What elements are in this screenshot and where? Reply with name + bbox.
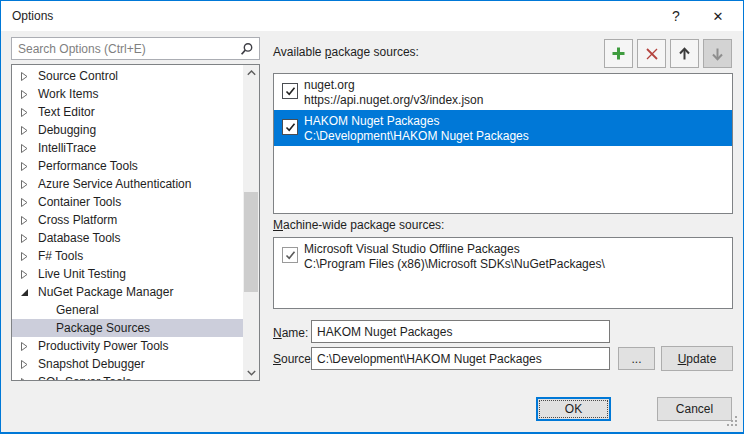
source-item-nuget-org[interactable]: nuget.org https://api.nuget.org/v3/index… bbox=[274, 74, 732, 110]
tree-item-cross-platform[interactable]: Cross Platform bbox=[12, 211, 243, 229]
chevron-right-icon bbox=[20, 342, 29, 351]
search-icon bbox=[239, 42, 254, 57]
tree-item-label: Work Items bbox=[38, 87, 98, 101]
tree-item-label: SQL Server Tools bbox=[38, 375, 131, 380]
chevron-right-icon bbox=[20, 198, 29, 207]
tree-item-label: NuGet Package Manager bbox=[38, 285, 173, 299]
tree-item-text-editor[interactable]: Text Editor bbox=[12, 103, 243, 121]
tree-item-debugging[interactable]: Debugging bbox=[12, 121, 243, 139]
tree-item-label: Performance Tools bbox=[38, 159, 138, 173]
options-tree: Source Control Work Items Text Editor bbox=[11, 64, 260, 381]
plus-icon bbox=[611, 46, 626, 61]
source-item-microsoft-visual-studio-offline-packages[interactable]: Microsoft Visual Studio Offline Packages… bbox=[274, 238, 732, 274]
chevron-right-icon bbox=[20, 126, 29, 135]
tree-item-azure-service-authentication[interactable]: Azure Service Authentication bbox=[12, 175, 243, 193]
tree-item-f-tools[interactable]: F# Tools bbox=[12, 247, 243, 265]
chevron-right-icon bbox=[20, 360, 29, 369]
tree-item-intellitrace[interactable]: IntelliTrace bbox=[12, 139, 243, 157]
available-sources-label: Available package sources: bbox=[273, 45, 419, 59]
tree-item-container-tools[interactable]: Container Tools bbox=[12, 193, 243, 211]
checkbox-checked-icon[interactable] bbox=[282, 247, 298, 263]
tree-item-label: General bbox=[56, 303, 99, 317]
arrow-up-icon bbox=[678, 47, 691, 61]
checkbox-checked-icon[interactable] bbox=[282, 119, 298, 135]
close-button[interactable]: ✕ bbox=[697, 1, 739, 31]
search-input[interactable] bbox=[12, 38, 259, 59]
scroll-down-button[interactable] bbox=[243, 365, 259, 380]
source-label: Source: bbox=[273, 352, 314, 366]
source-field[interactable] bbox=[311, 347, 610, 370]
help-icon: ? bbox=[672, 8, 680, 24]
tree-item-snapshot-debugger[interactable]: Snapshot Debugger bbox=[12, 355, 243, 373]
chevron-right-icon bbox=[20, 378, 29, 381]
package-source-name: HAKOM Nuget Packages bbox=[304, 114, 439, 128]
scroll-up-button[interactable] bbox=[243, 65, 259, 80]
ok-button[interactable]: OK bbox=[536, 397, 611, 421]
update-button[interactable]: Update bbox=[661, 346, 733, 371]
chevron-down-icon bbox=[247, 370, 256, 376]
tree-item-source-control[interactable]: Source Control bbox=[12, 67, 243, 85]
options-tree-items: Source Control Work Items Text Editor bbox=[12, 67, 243, 380]
package-source-name: nuget.org bbox=[304, 78, 355, 92]
arrow-down-icon bbox=[711, 47, 724, 61]
checkbox-checked-icon[interactable] bbox=[282, 83, 298, 99]
chevron-right-icon bbox=[20, 90, 29, 99]
tree-item-general[interactable]: General bbox=[12, 301, 243, 319]
remove-source-button[interactable] bbox=[637, 39, 666, 68]
machine-sources-list: Microsoft Visual Studio Offline Packages… bbox=[273, 237, 733, 309]
machine-sources-label: Machine-wide package sources: bbox=[273, 218, 444, 232]
tree-item-label: Package Sources bbox=[56, 321, 150, 335]
tree-item-label: F# Tools bbox=[38, 249, 83, 263]
tree-item-label: Azure Service Authentication bbox=[38, 177, 191, 191]
tree-item-label: Cross Platform bbox=[38, 213, 117, 227]
options-dialog: Options ? ✕ Source Control bbox=[0, 0, 744, 434]
help-button[interactable]: ? bbox=[655, 1, 697, 31]
tree-item-label: IntelliTrace bbox=[38, 141, 96, 155]
tree-item-label: Container Tools bbox=[38, 195, 121, 209]
chevron-right-icon bbox=[20, 252, 29, 261]
search-box bbox=[11, 37, 260, 60]
chevron-right-icon bbox=[20, 162, 29, 171]
tree-item-nuget-package-manager[interactable]: NuGet Package Manager bbox=[12, 283, 243, 301]
tree-item-label: Live Unit Testing bbox=[38, 267, 126, 281]
tree-item-work-items[interactable]: Work Items bbox=[12, 85, 243, 103]
chevron-right-icon bbox=[20, 144, 29, 153]
cancel-button[interactable]: Cancel bbox=[657, 397, 732, 421]
add-source-button[interactable] bbox=[604, 39, 633, 68]
package-source-path: C:\Program Files (x86)\Microsoft SDKs\Nu… bbox=[304, 257, 605, 271]
chevron-right-icon bbox=[20, 180, 29, 189]
tree-item-label: Text Editor bbox=[38, 105, 95, 119]
tree-item-label: Snapshot Debugger bbox=[38, 357, 145, 371]
tree-item-label: Productivity Power Tools bbox=[38, 339, 169, 353]
name-field[interactable] bbox=[311, 320, 610, 343]
tree-item-label: Database Tools bbox=[38, 231, 121, 245]
move-up-button[interactable] bbox=[670, 39, 699, 68]
available-sources-list: nuget.org https://api.nuget.org/v3/index… bbox=[273, 73, 733, 214]
tree-item-database-tools[interactable]: Database Tools bbox=[12, 229, 243, 247]
package-source-path: C:\Development\HAKOM Nuget Packages bbox=[304, 129, 529, 143]
chevron-right-icon bbox=[20, 270, 29, 279]
source-item-hakom-nuget-packages[interactable]: HAKOM Nuget Packages C:\Development\HAKO… bbox=[274, 110, 732, 146]
chevron-right-icon bbox=[20, 72, 29, 81]
chevron-expanded-icon bbox=[20, 288, 29, 297]
red-x-icon bbox=[645, 47, 659, 61]
tree-item-performance-tools[interactable]: Performance Tools bbox=[12, 157, 243, 175]
tree-item-productivity-power-tools[interactable]: Productivity Power Tools bbox=[12, 337, 243, 355]
browse-button[interactable]: ... bbox=[618, 347, 655, 370]
close-icon: ✕ bbox=[713, 9, 724, 24]
name-label: Name: bbox=[273, 326, 308, 340]
chevron-right-icon bbox=[20, 234, 29, 243]
tree-item-label: Debugging bbox=[38, 123, 96, 137]
tree-scrollbar[interactable] bbox=[243, 65, 259, 380]
window-title: Options bbox=[12, 9, 53, 23]
chevron-right-icon bbox=[20, 108, 29, 117]
scrollbar-thumb[interactable] bbox=[244, 192, 258, 292]
package-source-path: https://api.nuget.org/v3/index.json bbox=[304, 93, 483, 107]
chevron-right-icon bbox=[20, 216, 29, 225]
chevron-up-icon bbox=[247, 70, 256, 76]
tree-item-package-sources[interactable]: Package Sources bbox=[12, 319, 243, 337]
tree-item-live-unit-testing[interactable]: Live Unit Testing bbox=[12, 265, 243, 283]
tree-item-sql-server-tools[interactable]: SQL Server Tools bbox=[12, 373, 243, 380]
move-down-button[interactable] bbox=[703, 39, 732, 68]
resize-grip-icon[interactable] bbox=[725, 414, 738, 427]
